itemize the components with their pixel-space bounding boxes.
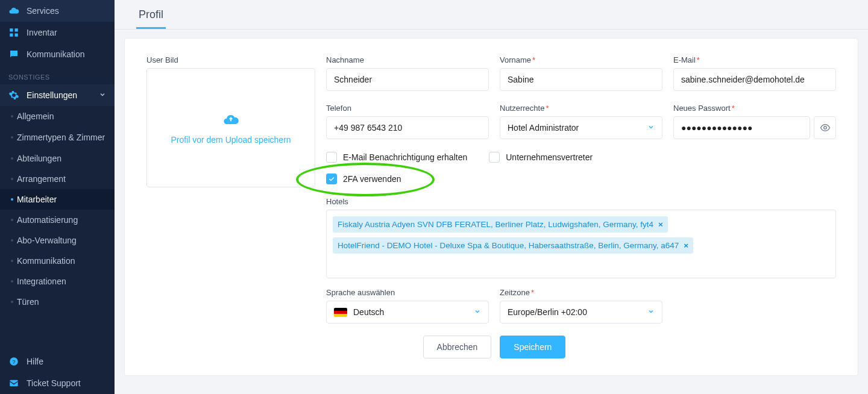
upload-hint: Profil vor dem Upload speichern (171, 135, 291, 145)
svg-rect-0 (10, 28, 13, 31)
chat-icon (8, 49, 19, 60)
sidebar-item-label: Arrangement (17, 174, 66, 184)
timezone-label: Zeitzone* (500, 288, 662, 297)
company-rep-checkbox[interactable]: Unternehmensvertreter (489, 152, 593, 163)
sidebar-item-label: Kommunikation (17, 256, 75, 266)
language-label: Sprache auswählen (326, 288, 489, 297)
sidebar-item-label: Mitarbeiter (17, 195, 57, 204)
checkbox-label: 2FA verwenden (343, 174, 401, 184)
ticket-icon (8, 378, 19, 389)
sidebar-item-hilfe[interactable]: ? Hilfe (0, 351, 115, 372)
chevron-down-icon (474, 307, 481, 317)
use-2fa-checkbox[interactable]: 2FA verwenden (326, 174, 401, 184)
sidebar-sub-zimmertypen[interactable]: Zimmertypen & Zimmer (0, 127, 115, 148)
rights-value: Hotel Administrator (508, 123, 579, 133)
language-value: Deutsch (353, 307, 384, 317)
sidebar-item-label: Abteilungen (17, 154, 61, 163)
hotel-tag: Fiskaly Austria Adyen SVN DFB FERATEL, B… (333, 216, 668, 233)
sidebar-item-label: Automatisierung (17, 215, 78, 225)
sidebar-item-label: Inventar (27, 28, 57, 37)
checkbox-box (489, 152, 500, 163)
flag-germany-icon (334, 308, 347, 317)
hotel-tag-label: Fiskaly Austria Adyen SVN DFB FERATEL, B… (338, 220, 653, 229)
sidebar-item-label: Einstellungen (27, 90, 77, 100)
sidebar-item-kommunikation[interactable]: Kommunikation (0, 43, 115, 65)
svg-text:?: ? (12, 359, 15, 365)
svg-point-7 (823, 127, 826, 130)
email-input[interactable] (673, 68, 836, 91)
save-button[interactable]: Speichern (500, 336, 565, 358)
lastname-label: Nachname (326, 55, 489, 64)
cloud-upload-icon (222, 111, 239, 130)
checkbox-box (326, 152, 337, 163)
sidebar: Services Inventar Kommunikation SONSTIGE… (0, 0, 115, 394)
firstname-label: Vorname* (500, 55, 662, 64)
sidebar-item-label: Integrationen (17, 277, 66, 286)
sidebar-sub-tueren[interactable]: Türen (0, 292, 115, 312)
email-notify-checkbox[interactable]: E-Mail Benachrichtigung erhalten (326, 152, 467, 163)
sidebar-section-sonstiges: SONSTIGES (0, 65, 115, 84)
lastname-input[interactable] (326, 68, 489, 91)
sidebar-item-einstellungen[interactable]: Einstellungen (0, 84, 115, 106)
main-content: Profil User Bild Profil vor dem Upload s… (115, 0, 868, 394)
sidebar-item-label: Ticket Support (27, 378, 81, 388)
sidebar-sub-integrationen[interactable]: Integrationen (0, 271, 115, 292)
sidebar-sub-abteilungen[interactable]: Abteilungen (0, 148, 115, 169)
sidebar-item-label: Allgemein (17, 111, 54, 121)
checkbox-label: Unternehmensvertreter (506, 152, 593, 162)
sidebar-item-label: Kommunikation (27, 49, 85, 59)
remove-tag-icon[interactable]: × (658, 220, 663, 229)
svg-rect-2 (10, 34, 13, 37)
checkbox-label: E-Mail Benachrichtigung erhalten (343, 152, 467, 162)
chevron-down-icon (99, 90, 106, 100)
email-label: E-Mail* (673, 55, 836, 64)
timezone-select[interactable]: Europe/Berlin +02:00 (500, 301, 662, 324)
help-icon: ? (8, 356, 19, 367)
gear-icon (8, 90, 19, 101)
sidebar-sub-kommunikation[interactable]: Kommunikation (0, 251, 115, 271)
chevron-down-icon (647, 123, 655, 133)
user-image-label: User Bild (146, 55, 315, 64)
sidebar-item-label: Hilfe (27, 357, 43, 366)
profile-form-card: User Bild Profil vor dem Upload speicher… (124, 38, 858, 376)
sidebar-item-inventar[interactable]: Inventar (0, 22, 115, 43)
language-select[interactable]: Deutsch (326, 301, 489, 324)
tab-profil[interactable]: Profil (136, 5, 166, 29)
checkbox-box (326, 174, 337, 184)
sidebar-sub-allgemein[interactable]: Allgemein (0, 106, 115, 127)
cancel-button[interactable]: Abbrechen (423, 336, 492, 358)
sidebar-item-ticket-support[interactable]: Ticket Support (0, 372, 115, 394)
sidebar-item-label: Zimmertypen & Zimmer (17, 132, 105, 143)
password-label: Neues Passwort* (673, 104, 836, 113)
cloud-icon (8, 5, 19, 16)
hotel-tag: HotelFriend - DEMO Hotel - Deluxe Spa & … (333, 237, 693, 254)
sidebar-sub-automatisierung[interactable]: Automatisierung (0, 210, 115, 230)
svg-rect-6 (10, 380, 18, 387)
sidebar-item-services[interactable]: Services (0, 0, 115, 22)
phone-input[interactable] (326, 116, 489, 139)
sidebar-sub-arrangement[interactable]: Arrangement (0, 169, 115, 189)
timezone-value: Europe/Berlin +02:00 (508, 307, 587, 317)
password-input[interactable] (673, 116, 810, 139)
eye-icon[interactable] (814, 116, 836, 139)
phone-label: Telefon (326, 104, 489, 113)
user-image-upload[interactable]: Profil vor dem Upload speichern (146, 68, 315, 187)
grid-icon (8, 27, 19, 38)
hotel-tag-label: HotelFriend - DEMO Hotel - Deluxe Spa & … (338, 241, 679, 250)
hotels-tags-input[interactable]: Fiskaly Austria Adyen SVN DFB FERATEL, B… (326, 210, 836, 278)
sidebar-item-label: Abo‑Verwaltung (17, 236, 77, 245)
sidebar-item-label: Türen (17, 297, 39, 307)
svg-rect-3 (15, 34, 18, 37)
firstname-input[interactable] (500, 68, 662, 91)
rights-label: Nutzerrechte* (500, 104, 662, 113)
sidebar-sub-mitarbeiter[interactable]: Mitarbeiter (0, 189, 115, 210)
sidebar-sub-abo-verwaltung[interactable]: Abo‑Verwaltung (0, 230, 115, 251)
svg-rect-1 (15, 28, 18, 31)
remove-tag-icon[interactable]: × (684, 241, 688, 250)
rights-select[interactable]: Hotel Administrator (500, 116, 662, 139)
chevron-down-icon (647, 307, 655, 317)
sidebar-item-label: Services (27, 6, 59, 16)
hotels-label: Hotels (326, 197, 836, 206)
